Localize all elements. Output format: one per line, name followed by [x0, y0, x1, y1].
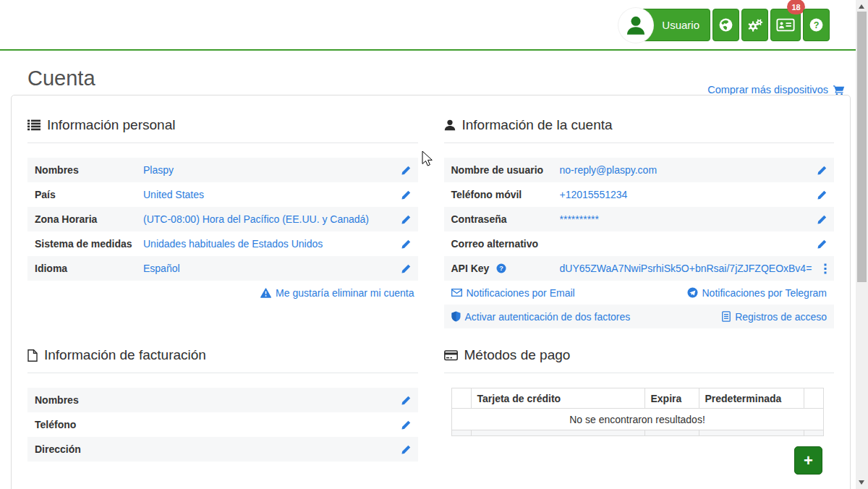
row-label: Dirección	[35, 443, 143, 455]
delete-account-label: Me gustaría eliminar mi cuenta	[276, 287, 414, 299]
row-value[interactable]: Español	[143, 263, 401, 274]
edit-pencil-icon[interactable]	[401, 190, 411, 200]
section-account-info: Información de la cuenta Nombre de usuar…	[444, 117, 835, 328]
api-key-help-icon[interactable]: ?	[496, 263, 506, 273]
row-label: País	[35, 189, 143, 200]
avatar	[618, 8, 653, 43]
row-billing-direccion: Dirección	[27, 437, 418, 462]
svg-text:?: ?	[814, 20, 820, 30]
section-payment-methods: Métodos de pago Tarjeta de crédito Expir…	[444, 347, 835, 475]
empty-results-row: No se encontraron resultados!	[451, 409, 823, 430]
cart-icon	[833, 85, 845, 95]
row-label: Nombres	[35, 394, 143, 406]
row-label: Teléfono	[35, 419, 143, 430]
buy-more-devices-link[interactable]: Comprar más dispositivos	[707, 84, 845, 95]
telegram-notifications-label: Notificaciones por Telegram	[702, 287, 827, 299]
row-label: Nombres	[35, 164, 143, 176]
user-icon	[444, 119, 456, 131]
edit-pencil-icon[interactable]	[401, 166, 411, 175]
ellipsis-v-icon[interactable]	[824, 263, 827, 274]
user-menu-button[interactable]: Usuario	[637, 9, 710, 41]
table-footer-strip	[451, 430, 823, 436]
delete-account-link[interactable]: Me gustaría eliminar mi cuenta	[260, 287, 414, 299]
row-correo-alternativo: Correo alternativo	[444, 231, 835, 256]
edit-pencil-icon[interactable]	[817, 166, 827, 175]
row-nombre-usuario: Nombre de usuario no-reply@plaspy.com	[444, 158, 835, 182]
edit-pencil-icon[interactable]	[817, 239, 827, 249]
edit-pencil-icon[interactable]	[401, 264, 411, 273]
row-telefono-movil: Teléfono móvil +12015551234	[444, 182, 835, 207]
personal-info-heading: Información personal	[27, 117, 418, 133]
edit-pencil-icon[interactable]	[401, 396, 411, 405]
divider	[444, 373, 835, 373]
account-page: Usuario	[0, 0, 868, 489]
personal-info-title: Información personal	[47, 117, 175, 133]
edit-pencil-icon[interactable]	[817, 190, 827, 200]
account-info-heading: Información de la cuenta	[444, 117, 835, 133]
list-icon	[27, 119, 41, 131]
payment-methods-table: Tarjeta de crédito Expira Predeterminada…	[451, 388, 824, 436]
scrollbar-thumb[interactable]	[857, 12, 867, 282]
row-value[interactable]: **********	[560, 213, 818, 225]
buy-more-devices-label: Comprar más dispositivos	[707, 84, 828, 95]
globe-icon	[718, 17, 733, 33]
row-billing-telefono: Teléfono	[27, 412, 418, 437]
row-billing-nombres: Nombres	[27, 388, 418, 412]
delete-account-row: Me gustaría eliminar mi cuenta	[27, 287, 418, 301]
row-value[interactable]: Plaspy	[143, 164, 401, 176]
row-value[interactable]: Unidades habituales de Estados Unidos	[143, 238, 401, 250]
document-icon	[722, 311, 731, 322]
row-api-key: API Key ? dUY65ZWaA7NwiPsrhiSk5O+bnRsai/…	[444, 256, 835, 281]
devices-button[interactable]: 18	[770, 9, 801, 41]
section-billing-info: Información de facturación Nombres Teléf…	[27, 347, 418, 475]
row-value[interactable]: (UTC-08:00) Hora del Pacífico (EE.UU. y …	[143, 213, 401, 225]
col-blank	[451, 388, 471, 409]
notifications-row: Notificaciones por Email Notificaciones …	[444, 281, 835, 305]
row-value[interactable]: no-reply@plaspy.com	[560, 164, 818, 176]
settings-button[interactable]	[741, 9, 768, 41]
telegram-notifications-link[interactable]: Notificaciones por Telegram	[687, 287, 827, 299]
empty-results-message: No se encontraron resultados!	[451, 409, 823, 430]
row-value[interactable]: United States	[143, 189, 401, 200]
row-label: Sistema de medidas	[35, 238, 143, 250]
edit-pencil-icon[interactable]	[817, 215, 827, 224]
cogs-icon	[746, 18, 764, 33]
two-factor-link[interactable]: Activar autenticación de dos factores	[451, 311, 631, 323]
row-label: Idioma	[35, 263, 143, 274]
col-default: Predeterminada	[699, 388, 804, 409]
top-navbar: Usuario	[0, 0, 868, 51]
payment-methods-heading: Métodos de pago	[444, 347, 835, 363]
language-button[interactable]	[712, 9, 739, 41]
scroll-down-arrow[interactable]	[859, 480, 864, 485]
page-title: Cuenta	[27, 67, 95, 90]
id-card-icon	[776, 18, 795, 32]
billing-info-heading: Información de facturación	[27, 347, 418, 363]
edit-pencil-icon[interactable]	[401, 445, 411, 454]
section-personal-info: Información personal Nombres Plaspy País…	[27, 117, 418, 328]
edit-pencil-icon[interactable]	[401, 420, 411, 430]
row-pais: País United States	[27, 182, 418, 207]
edit-pencil-icon[interactable]	[401, 239, 411, 249]
edit-pencil-icon[interactable]	[401, 215, 411, 224]
access-logs-link[interactable]: Registros de acceso	[722, 311, 827, 323]
scroll-up-arrow[interactable]	[859, 4, 864, 9]
row-value[interactable]: dUY65ZWaA7NwiPsrhiSk5O+bnRsai/7jZJFZQEOx…	[560, 263, 825, 274]
divider	[27, 373, 418, 373]
vertical-scrollbar[interactable]	[856, 0, 868, 489]
shield-icon	[451, 311, 461, 322]
row-idioma: Idioma Español	[27, 256, 418, 281]
user-avatar-icon	[624, 13, 648, 38]
email-notifications-link[interactable]: Notificaciones por Email	[451, 287, 575, 299]
help-button[interactable]: ?	[803, 9, 830, 41]
row-nombres: Nombres Plaspy	[27, 158, 418, 182]
personal-info-rows: Nombres Plaspy País United States Zona H…	[27, 158, 418, 281]
payment-methods-title: Métodos de pago	[464, 347, 571, 363]
envelope-icon	[451, 289, 462, 297]
row-value[interactable]: +12015551234	[560, 189, 818, 200]
navbar-button-group: Usuario	[619, 9, 830, 41]
file-icon	[27, 349, 38, 362]
email-notifications-label: Notificaciones por Email	[467, 287, 575, 299]
access-logs-label: Registros de acceso	[735, 311, 827, 323]
credit-card-icon	[444, 350, 458, 361]
add-payment-method-button[interactable]: +	[794, 446, 822, 475]
